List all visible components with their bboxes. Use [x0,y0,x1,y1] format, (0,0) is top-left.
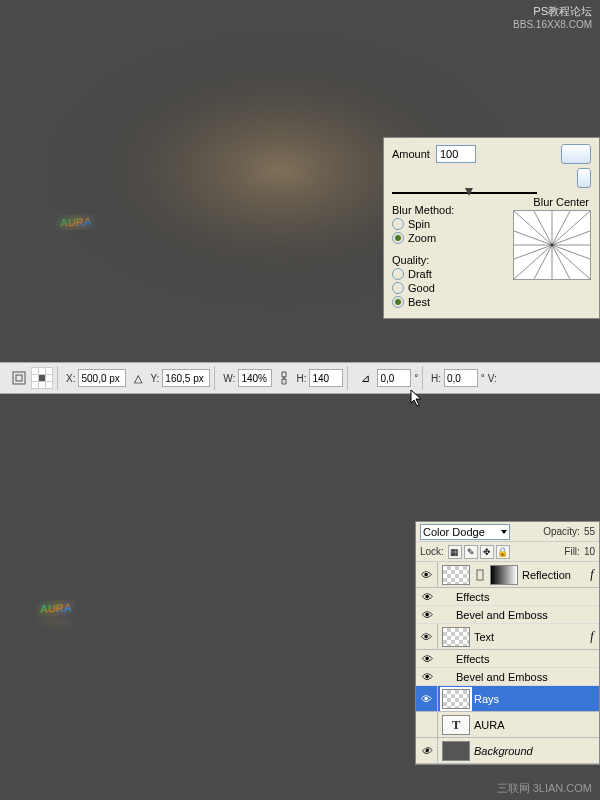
angle-input[interactable] [377,369,411,387]
h2-input[interactable] [444,369,478,387]
svg-line-15 [534,245,552,279]
layer-rays[interactable]: 👁 Rays [416,686,599,712]
angle-icon: ⊿ [356,369,374,387]
svg-line-19 [514,231,552,245]
h-input[interactable] [309,369,343,387]
mask-thumb [490,565,518,585]
layer-background[interactable]: 👁 Background [416,738,599,764]
bevel-row[interactable]: 👁Bevel and Emboss [416,668,599,686]
blur-center-preview[interactable] [513,210,591,280]
layer-name: Rays [474,693,599,705]
w-label: W: [223,373,235,384]
svg-rect-26 [477,570,483,580]
visibility-icon[interactable] [416,712,438,737]
lock-all-icon[interactable]: 🔒 [496,545,510,559]
cursor-icon [410,389,424,407]
y-label: Y: [150,373,159,384]
visibility-icon[interactable]: 👁 [416,686,438,711]
lock-label: Lock: [420,546,444,557]
svg-rect-21 [16,375,22,381]
amount-slider[interactable] [392,192,537,194]
v-label: V: [488,373,497,384]
opacity-label: Opacity: [543,526,580,537]
blend-mode-select[interactable]: Color Dodge [420,524,510,540]
layer-name: Reflection [522,569,585,581]
cancel-button[interactable] [577,168,591,188]
layer-text[interactable]: 👁 Text f [416,624,599,650]
ok-button[interactable] [561,144,591,164]
h2-label: H: [431,373,441,384]
x-input[interactable] [78,369,126,387]
layer-name: Text [474,631,585,643]
x-label: X: [66,373,75,384]
svg-line-9 [552,231,590,245]
svg-line-12 [552,245,590,279]
svg-text:AURA: AURA [40,615,72,629]
watermark-top: PS教程论坛 BBS.16XX8.COM [513,4,592,30]
fx-icon[interactable]: f [585,567,599,582]
h-label: H: [296,373,306,384]
svg-rect-20 [13,372,25,384]
effects-row[interactable]: 👁Effects [416,650,599,668]
anchor-grid[interactable] [31,367,53,389]
watermark-line2: BBS.16XX8.COM [513,19,592,30]
layer-name: AURA [474,719,599,731]
link-wh-icon[interactable] [275,369,293,387]
opacity-value[interactable]: 55 [584,526,595,537]
delta-y-icon: △ [129,369,147,387]
svg-line-8 [552,211,590,245]
svg-line-7 [552,211,570,245]
layer-thumb [442,741,470,761]
svg-line-13 [552,245,570,279]
amount-input[interactable] [436,145,476,163]
svg-line-11 [552,245,590,259]
lock-transparency-icon[interactable]: ▦ [448,545,462,559]
radio-best[interactable]: Best [392,296,591,308]
fill-label: Fill: [564,546,580,557]
w-input[interactable] [238,369,272,387]
text-layer-icon: T [442,715,470,735]
fill-value[interactable]: 10 [584,546,595,557]
svg-line-5 [534,211,552,245]
transform-toolbar: X: △ Y: W: H: ⊿ ° H: ° V: [0,362,600,394]
radio-good[interactable]: Good [392,282,591,294]
lock-pixels-icon[interactable]: ✎ [464,545,478,559]
blend-mode-value: Color Dodge [423,526,485,538]
visibility-icon[interactable]: 👁 [416,624,438,649]
layer-name: Background [474,745,599,757]
bevel-row[interactable]: 👁Bevel and Emboss [416,606,599,624]
lock-position-icon[interactable]: ✥ [480,545,494,559]
svg-line-16 [514,245,552,279]
svg-line-17 [514,245,552,259]
effects-row[interactable]: 👁Effects [416,588,599,606]
visibility-icon[interactable]: 👁 [416,738,438,763]
watermark-bottom: 三联网 3LIAN.COM [497,781,592,796]
fx-icon[interactable]: f [585,629,599,644]
layer-thumb [442,689,470,709]
amount-label: Amount [392,148,430,160]
chevron-down-icon [501,530,507,534]
y-input[interactable] [162,369,210,387]
layer-reflection[interactable]: 👁 Reflection f [416,562,599,588]
svg-line-4 [514,211,552,245]
link-icon [474,568,486,582]
blur-center-label: Blur Center [533,196,589,208]
layer-thumb [442,627,470,647]
svg-text:AURA: AURA [40,601,72,615]
layer-thumb [442,565,470,585]
svg-text:AURA: AURA [60,215,92,229]
transform-mode-icon[interactable] [10,369,28,387]
layers-panel: Color Dodge Opacity: 55 Lock: ▦ ✎ ✥ 🔒 Fi… [415,521,600,765]
layer-aura[interactable]: T AURA [416,712,599,738]
radial-blur-dialog: Amount Blur Method: Spin Zoom Quality: D… [383,137,600,319]
watermark-line1: PS教程论坛 [513,4,592,19]
visibility-icon[interactable]: 👁 [416,562,438,587]
